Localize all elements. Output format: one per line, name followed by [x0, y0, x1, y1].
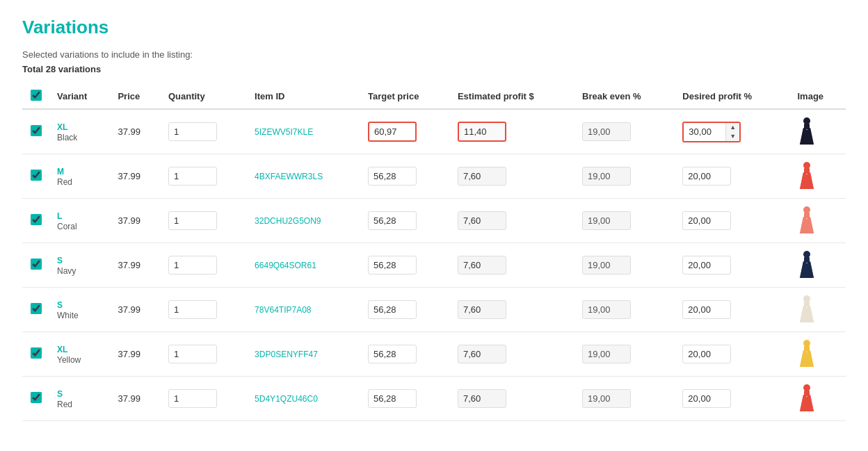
- estimated-profit-input-3[interactable]: [458, 256, 506, 274]
- row-checkbox-0[interactable]: [31, 125, 42, 136]
- break-even-cell: [575, 243, 675, 288]
- svg-rect-24: [804, 302, 810, 307]
- header-estimated-profit: Estimated profit $: [451, 84, 575, 109]
- quantity-cell: [161, 332, 248, 377]
- break-even-input-6[interactable]: [582, 389, 631, 408]
- quantity-cell: [161, 243, 248, 288]
- desired-profit-up-0[interactable]: ▲: [726, 123, 739, 132]
- page-title: Variations: [22, 17, 846, 38]
- target-price-input-6[interactable]: [368, 389, 417, 408]
- break-even-input-1[interactable]: [582, 167, 631, 186]
- estimated-profit-cell: [451, 332, 575, 377]
- break-even-input-5[interactable]: [582, 345, 631, 363]
- desired-profit-input-2[interactable]: [682, 211, 731, 230]
- estimated-profit-input-6[interactable]: [458, 389, 506, 408]
- desired-profit-down-0[interactable]: ▼: [726, 132, 739, 141]
- header-item-id: Item ID: [248, 84, 361, 109]
- target-price-cell: [361, 377, 451, 421]
- image-cell: [790, 377, 846, 421]
- break-even-input-2[interactable]: [582, 211, 631, 230]
- target-price-input-2[interactable]: [368, 211, 417, 230]
- desired-profit-input-1[interactable]: [682, 167, 731, 186]
- item-id-link-3[interactable]: 6649Q64SOR61: [255, 261, 316, 270]
- desired-profit-input-4[interactable]: [682, 300, 731, 319]
- quantity-input-0[interactable]: [168, 122, 217, 141]
- desired-profit-input-3[interactable]: [682, 256, 731, 274]
- variations-table: Variant Price Quantity Item ID Target pr…: [22, 84, 846, 421]
- break-even-cell: [575, 199, 675, 243]
- item-id-link-6[interactable]: 5D4Y1QZU46C0: [255, 394, 318, 404]
- row-checkbox-3[interactable]: [31, 259, 42, 270]
- svg-marker-28: [807, 350, 814, 367]
- variant-cell: S Navy: [50, 243, 111, 288]
- variant-cell: M Red: [50, 154, 111, 199]
- target-price-input-0[interactable]: [368, 122, 417, 142]
- row-checkbox-5[interactable]: [31, 347, 42, 359]
- svg-point-25: [803, 340, 810, 347]
- variant-cell: XL Black: [50, 109, 111, 154]
- target-price-input-5[interactable]: [368, 345, 417, 363]
- item-id-link-0[interactable]: 5IZEWV5I7KLE: [255, 127, 313, 137]
- table-row: XL Black 37.99 5IZEWV5I7KLE: [22, 109, 846, 154]
- estimated-profit-input-4[interactable]: [458, 300, 506, 319]
- svg-marker-17: [800, 261, 807, 278]
- svg-marker-13: [807, 217, 814, 233]
- item-id-link-4[interactable]: 78V64TIP7A08: [255, 305, 311, 315]
- quantity-input-5[interactable]: [168, 345, 217, 363]
- row-checkbox-6[interactable]: [31, 392, 42, 403]
- dress-image-0: [797, 117, 819, 145]
- target-price-input-3[interactable]: [368, 256, 417, 274]
- row-checkbox-4[interactable]: [31, 303, 42, 314]
- break-even-input-4[interactable]: [582, 300, 631, 319]
- table-row: S Navy 37.99 6649Q64SOR61: [22, 243, 846, 288]
- row-checkbox-cell: [22, 109, 50, 154]
- quantity-input-4[interactable]: [168, 300, 217, 319]
- table-row: M Red 37.99 4BXFAEWWR3LS: [22, 154, 846, 199]
- variant-cell: XL Yellow: [50, 332, 111, 377]
- item-id-cell: 5D4Y1QZU46C0: [248, 377, 361, 421]
- quantity-input-1[interactable]: [168, 167, 217, 186]
- price-value: 37.99: [118, 349, 140, 359]
- desired-profit-input-6[interactable]: [682, 389, 731, 408]
- estimated-profit-input-5[interactable]: [458, 345, 506, 363]
- variant-size: S: [57, 389, 63, 399]
- header-checkbox-cell: [22, 84, 50, 109]
- break-even-input-3[interactable]: [582, 256, 631, 274]
- svg-point-20: [803, 295, 810, 302]
- estimated-profit-input-1[interactable]: [458, 167, 506, 186]
- row-checkbox-cell: [22, 377, 50, 421]
- break-even-cell: [575, 154, 675, 199]
- price-cell: 37.99: [111, 243, 161, 288]
- item-id-cell: 32DCHU2G5ON9: [248, 199, 361, 243]
- item-id-link-1[interactable]: 4BXFAEWWR3LS: [255, 172, 323, 181]
- item-id-link-5[interactable]: 3DP0SENYFF47: [255, 350, 318, 359]
- item-id-link-2[interactable]: 32DCHU2G5ON9: [255, 216, 321, 226]
- image-cell: [790, 243, 846, 288]
- desired-profit-input-5[interactable]: [682, 345, 731, 363]
- desired-profit-cell: ▲ ▼: [675, 109, 790, 154]
- row-checkbox-1[interactable]: [31, 170, 42, 181]
- row-checkbox-2[interactable]: [31, 214, 42, 225]
- desired-profit-cell: [675, 243, 790, 288]
- svg-marker-8: [807, 172, 814, 189]
- desired-profit-input-0[interactable]: [684, 123, 725, 140]
- variant-color: Yellow: [57, 355, 81, 365]
- svg-point-5: [803, 162, 810, 169]
- quantity-input-6[interactable]: [168, 389, 217, 408]
- target-price-input-1[interactable]: [368, 167, 417, 186]
- break-even-cell: [575, 109, 675, 154]
- price-cell: 37.99: [111, 377, 161, 421]
- header-quantity: Quantity: [161, 84, 248, 109]
- header-desired-profit: Desired profit %: [675, 84, 790, 109]
- quantity-cell: [161, 288, 248, 332]
- price-cell: 37.99: [111, 288, 161, 332]
- estimated-profit-input-0[interactable]: [458, 122, 506, 142]
- variant-cell: S White: [50, 288, 111, 332]
- variant-color: Red: [57, 177, 72, 187]
- quantity-input-2[interactable]: [168, 211, 217, 230]
- select-all-checkbox[interactable]: [31, 90, 42, 101]
- break-even-input-0[interactable]: [582, 122, 631, 141]
- target-price-input-4[interactable]: [368, 300, 417, 319]
- quantity-input-3[interactable]: [168, 256, 217, 274]
- estimated-profit-input-2[interactable]: [458, 211, 506, 230]
